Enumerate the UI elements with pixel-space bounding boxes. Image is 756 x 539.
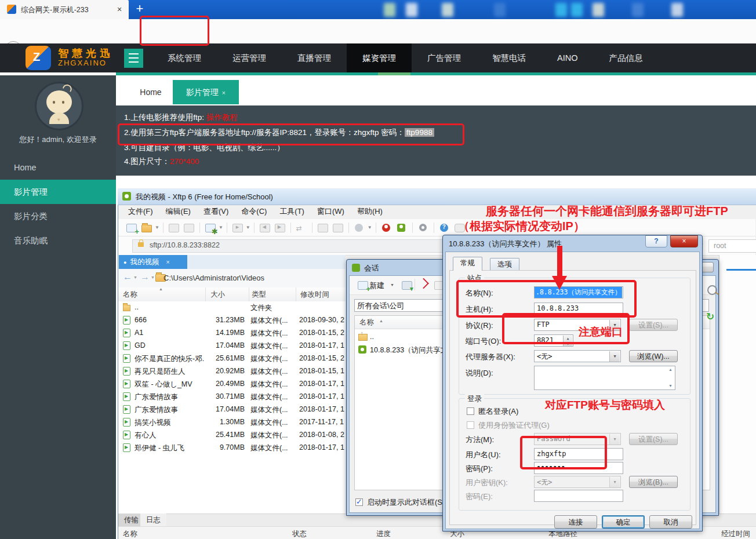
new-caret-icon[interactable]: ▼: [390, 283, 394, 287]
col-name[interactable]: 名称: [123, 290, 137, 300]
tab-close-icon[interactable]: ×: [222, 89, 226, 96]
file-row[interactable]: 你不是真正的快乐-邓... 25.61MB 媒体文件(... 2018-01-1…: [118, 352, 346, 365]
back-caret-icon[interactable]: ▼: [133, 275, 137, 279]
file-size: 20.49MB: [205, 380, 245, 388]
tab-log[interactable]: 日志: [140, 513, 166, 526]
file-row[interactable]: 有心人 25.41MB 媒体文件(... 2018-01-08, 2: [118, 429, 346, 442]
browser-tab-strip: 综合网关-展示机-233 × +: [0, 0, 756, 19]
menu-item[interactable]: 工具(T): [273, 205, 311, 219]
cancel-button[interactable]: 取消: [649, 515, 692, 529]
tab-home[interactable]: Home: [129, 80, 173, 104]
browse-w-button[interactable]: 浏览(W)...: [629, 350, 678, 362]
menu-item[interactable]: 查看(V): [197, 205, 235, 219]
sidebar-item[interactable]: 影片分类: [0, 204, 116, 228]
gear-icon[interactable]: [417, 223, 429, 233]
tcol-progress[interactable]: 进度: [376, 529, 391, 539]
nav-item[interactable]: 广告管理: [412, 43, 477, 72]
menu-item[interactable]: 窗口(W): [311, 205, 351, 219]
xftp-icon[interactable]: [396, 223, 408, 233]
menu-item[interactable]: 编辑(E): [159, 205, 197, 219]
col-mtime[interactable]: 修改时间: [300, 290, 329, 300]
connect-button[interactable]: 连接: [554, 515, 597, 529]
tab-film-management[interactable]: 影片管理×: [173, 80, 239, 104]
search-icon[interactable]: [707, 285, 717, 295]
col-type[interactable]: 类型: [252, 290, 266, 300]
tcol-status[interactable]: 状态: [292, 529, 307, 539]
anonymous-checkbox[interactable]: [467, 407, 474, 415]
tab-title: 综合网关-展示机-233: [21, 5, 89, 15]
xshell-icon[interactable]: [381, 223, 392, 233]
cut-icon[interactable]: [421, 280, 432, 290]
sidebar-item[interactable]: 音乐助眠: [0, 228, 116, 253]
file-row[interactable]: 广东爱情故事 17.04MB 媒体文件(... 2018-01-17, 1: [118, 403, 346, 416]
menu-item-label: 命令(C): [241, 207, 267, 216]
refresh-icon[interactable]: ↻: [706, 311, 714, 323]
file-row[interactable]: 双笙 - 心做し_MV 20.49MB 媒体文件(... 2018-01-17,…: [118, 378, 346, 391]
nav-item[interactable]: AINO: [541, 43, 593, 72]
local-file-list: .. 文件夹 666 31.23MB 媒体文件(... 2018-09-30, …: [118, 301, 346, 513]
menu-toggle-icon[interactable]: [124, 49, 143, 68]
properties-dialog-title: 10.8.8.233（访问共享文件） 属性: [449, 239, 562, 249]
forward-caret-icon[interactable]: ▼: [151, 275, 155, 279]
tab-close-icon[interactable]: ×: [115, 5, 124, 14]
nav-item-label: 媒资管理: [362, 53, 396, 63]
menu-item[interactable]: 帮助(H): [351, 205, 389, 219]
open-caret-icon[interactable]: ▼: [155, 225, 159, 230]
local-tab-close-icon[interactable]: ×: [166, 258, 169, 265]
sidebar: ♥ 您好！admin, 欢迎登录 Home 影片管理 影片分类 音乐助眠: [0, 75, 116, 539]
nav-item[interactable]: 媒资管理: [347, 43, 412, 72]
ok-button[interactable]: 确定: [602, 515, 645, 529]
proxy-select[interactable]: <无>▼: [534, 350, 621, 362]
nav-item[interactable]: 直播管理: [282, 43, 347, 72]
open-folder-icon[interactable]: [141, 223, 152, 233]
tcol-elapsed[interactable]: 经过时间: [721, 529, 750, 539]
file-row[interactable]: 广东爱情故事 30.71MB 媒体文件(... 2018-01-17, 1: [118, 391, 346, 403]
forward-icon[interactable]: →: [140, 272, 150, 282]
new-session-icon[interactable]: +: [357, 280, 369, 290]
file-name: 广东爱情故事: [135, 392, 204, 402]
file-row[interactable]: 再见只是陌生人 20.92MB 媒体文件(... 2018-01-15, 1: [118, 365, 346, 378]
new-session-icon[interactable]: +: [126, 223, 137, 233]
file-row[interactable]: GD 17.04MB 媒体文件(... 2018-01-17, 1: [118, 340, 346, 352]
col-size[interactable]: 大小: [188, 290, 225, 300]
sort-asc-icon: ▲: [159, 287, 163, 291]
new-tab-button[interactable]: +: [132, 1, 147, 16]
sidebar-item[interactable]: 影片管理: [0, 180, 116, 204]
menu-item[interactable]: 命令(C): [235, 205, 273, 219]
browser-tab[interactable]: 综合网关-展示机-233 ×: [0, 0, 129, 19]
desc-textarea[interactable]: [534, 366, 675, 390]
file-row[interactable]: 郑伊健 - 虫儿飞 9.70MB 媒体文件(... 2018-01-17, 1: [118, 442, 346, 454]
file-icon: [123, 380, 130, 388]
tcol-name[interactable]: 名称: [123, 529, 137, 539]
nav-item[interactable]: 系统管理: [152, 43, 217, 72]
scroll-down-icon[interactable]: ▼: [668, 384, 673, 388]
settings-caret-icon[interactable]: ▼: [219, 225, 223, 230]
file-date: 2018-01-17, 1: [299, 341, 344, 349]
file-row[interactable]: A1 14.19MB 媒体文件(... 2018-01-15, 2: [118, 327, 346, 340]
local-tab[interactable]: ●我的视频×: [119, 255, 187, 269]
file-row[interactable]: .. 文件夹: [118, 301, 346, 314]
file-row[interactable]: 搞笑小视频 1.30MB 媒体文件(... 2017-11-17, 1: [118, 416, 346, 429]
nav-item[interactable]: 产品信息: [593, 43, 658, 72]
sidebar-item[interactable]: Home: [0, 155, 116, 180]
back-icon[interactable]: ←: [123, 272, 132, 282]
new-session-button[interactable]: 新建: [369, 281, 384, 291]
browse-b-button[interactable]: 浏览(B)...: [629, 476, 678, 488]
site-favicon: [7, 5, 16, 14]
show-at-startup-checkbox[interactable]: [355, 498, 363, 506]
local-path[interactable]: C:\Users\Administrator\Videos: [163, 274, 264, 282]
help-icon[interactable]: ?: [645, 235, 667, 247]
nav-item[interactable]: 智慧电话: [477, 43, 541, 72]
remote-user-field[interactable]: root: [708, 239, 756, 253]
close-icon[interactable]: ×: [670, 235, 698, 247]
session-settings-icon[interactable]: ✱: [205, 223, 216, 233]
help-icon[interactable]: ?: [439, 223, 450, 233]
scroll-up-icon[interactable]: ▲: [668, 367, 673, 372]
file-row[interactable]: 666 31.23MB 媒体文件(... 2018-09-30, 2: [118, 314, 346, 327]
tab-general[interactable]: 常规: [453, 257, 482, 271]
tutorial-link[interactable]: 操作教程: [206, 113, 238, 122]
save-icon[interactable]: ▼: [401, 280, 413, 290]
tab-options[interactable]: 选项: [490, 258, 519, 271]
nav-item[interactable]: 运营管理: [217, 43, 282, 72]
menu-item[interactable]: 文件(F): [122, 205, 159, 219]
